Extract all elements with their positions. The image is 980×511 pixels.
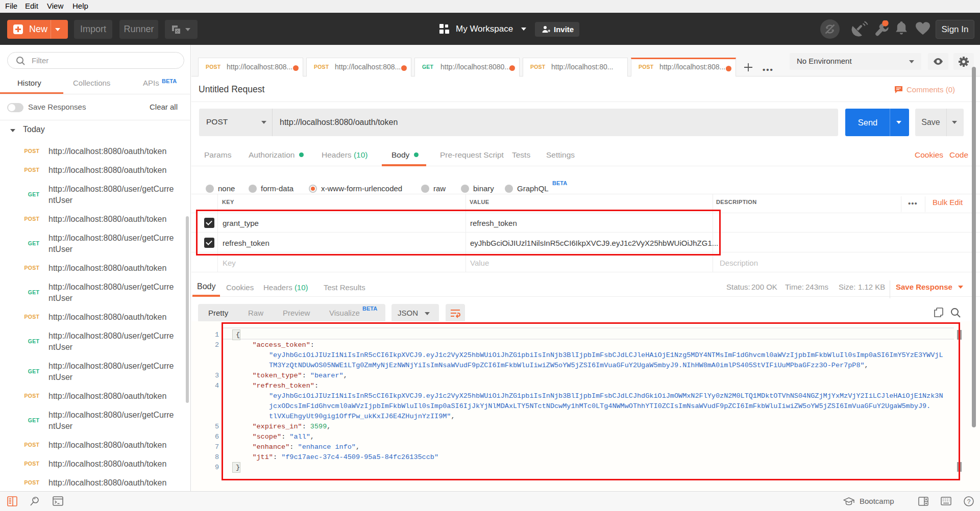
svg-text:?: ?: [967, 498, 971, 505]
